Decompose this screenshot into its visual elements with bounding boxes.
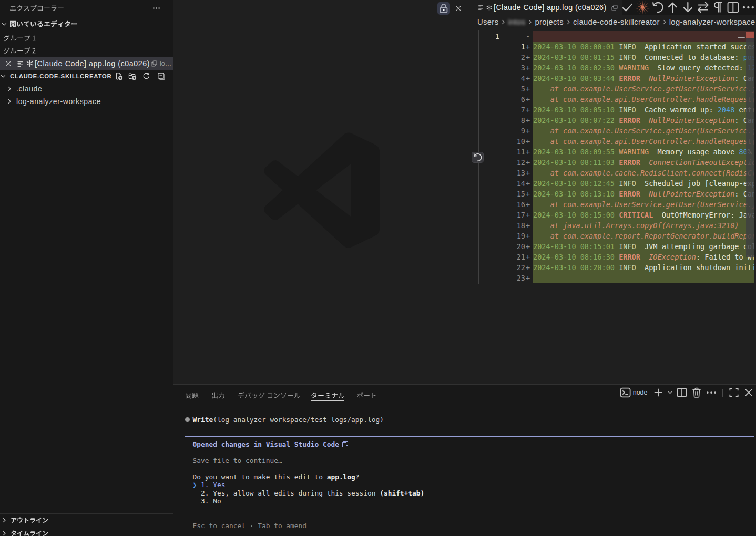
keep-changes-button[interactable] [620,0,635,15]
outline-section-header[interactable] [0,513,173,527]
panel-tab-problems[interactable] [185,391,199,400]
kill-terminal-button[interactable] [689,386,704,399]
panel-tab-output[interactable] [211,391,225,400]
more-actions-button[interactable] [741,0,756,15]
panel-tab-debug-console[interactable] [238,391,301,400]
close-editor-icon[interactable] [4,59,13,68]
next-change-button[interactable] [680,0,696,15]
previous-change-button[interactable] [665,0,680,15]
terminal-line [185,424,755,432]
diff-line-content [533,31,754,42]
diff-sign: + [526,52,534,63]
terminal-line [185,465,755,473]
diff-added-line[interactable]: 13+ at com.example.cache.RedisClient.con… [468,168,756,178]
breadcrumb-item[interactable]: claude-code-skillcreator [573,18,660,26]
diff-removed-line[interactable]: 1- [468,31,756,42]
diff-added-line[interactable]: 7+2024-03-10 08:05:10 INFO Cache warmed … [468,105,756,115]
breadcrumb-item[interactable]: intos [508,18,525,26]
diff-added-line[interactable]: 23+ [468,273,756,283]
editor-group-1-row[interactable] [0,32,173,45]
claude-asterisk-icon [26,59,34,67]
open-editor-item-selected[interactable]: [Claude Code] app.log (c0a026) lo… [0,57,173,70]
diff-added-line[interactable]: 22+2024-03-10 08:20:00 INFO Application … [468,262,756,273]
diff-added-line[interactable]: 2+2024-03-10 08:01:15 INFO Connected to … [468,52,756,63]
refresh-explorer-button[interactable] [142,72,150,80]
breadcrumb[interactable]: Usersintosprojectsclaude-code-skillcreat… [477,15,755,29]
open-editors-section-header[interactable] [0,18,173,30]
diff-added-line[interactable]: 11+2024-03-10 08:09:55 WARNING Memory us… [468,147,756,157]
tree-item-claude-folder[interactable]: .claude [0,83,173,95]
terminal-line [185,432,755,440]
diff-added-line[interactable]: 15+2024-03-10 08:13:10 ERROR NullPointer… [468,189,756,199]
diff-added-line[interactable]: 6+ at com.example.api.UserController.han… [468,94,756,105]
sidebar-more-actions-button[interactable] [152,4,161,13]
diff-added-line[interactable]: 8+2024-03-10 08:07:22 ERROR NullPointerE… [468,115,756,126]
panel-tab-terminal[interactable] [311,391,345,400]
chevron-down-icon [0,20,8,28]
open-in-vscode-icon [342,441,348,447]
discard-changes-button[interactable] [650,0,666,15]
collapse-folders-button[interactable] [157,72,166,80]
panel-toolbar: node [619,386,756,399]
workspace-section-header[interactable]: CLAUDE-CODE-SKILLCREATOR [0,70,173,83]
diff-sign: + [526,262,534,273]
editor-group-2-row[interactable] [0,45,173,57]
open-editors-label [9,20,78,28]
new-folder-button[interactable] [128,72,137,80]
render-whitespace-button[interactable] [710,0,726,15]
timeline-section-header[interactable] [0,527,173,536]
diff-added-line[interactable]: 3+2024-03-10 08:02:30 WARNING Slow query… [468,63,756,73]
modified-line-number: 3 [499,63,525,73]
diff-added-line[interactable]: 20+2024-03-10 08:15:01 INFO JVM attempti… [468,241,756,252]
ports-tab-label [356,391,377,400]
locked-group-button[interactable] [437,2,450,15]
lock-icon [437,2,450,15]
diff-added-line[interactable]: 4+2024-03-10 08:03:44 ERROR NullPointerE… [468,73,756,84]
breadcrumb-item[interactable]: Users [477,18,498,26]
diff-added-line[interactable]: 14+2024-03-10 08:12:45 INFO Scheduled jo… [468,178,756,189]
breadcrumb-item[interactable]: log-analyzer-workspace [669,18,755,26]
panel-tab-ports[interactable] [356,391,377,400]
editor-scrollbar[interactable] [746,38,754,257]
diff-added-line[interactable]: 1+2024-03-10 08:00:01 INFO Application s… [468,42,756,52]
more-actions-icon [152,4,161,13]
terminal-view[interactable]: Write(log-analyzer-workspace/test-logs/a… [185,416,755,530]
revert-block-button[interactable] [472,152,484,163]
claude-starburst-button[interactable] [635,0,650,15]
diff-added-line[interactable]: 16+ at com.example.UserService.getUser(U… [468,199,756,210]
diff-added-line[interactable]: 19+ at com.example.report.ReportGenerato… [468,231,756,241]
diff-added-line[interactable]: 5+ at com.example.UserService.getUser(Us… [468,84,756,94]
diff-sign: + [526,241,534,252]
chevron-right-icon [0,529,8,536]
panel-more-actions-button[interactable] [704,386,719,399]
diff-sign: + [526,210,534,220]
modified-line-number: 16 [499,199,525,210]
maximize-panel-button[interactable] [727,386,741,399]
diff-added-line[interactable]: 17+2024-03-10 08:15:00 CRITICAL OutOfMem… [468,210,756,220]
split-terminal-button[interactable] [675,386,689,399]
diff-file-icon [16,60,24,68]
new-terminal-button[interactable] [651,386,666,399]
breadcrumb-item[interactable]: projects [535,18,564,26]
diff-added-line[interactable]: 18+ at java.util.Arrays.copyOf(Arrays.ja… [468,220,756,231]
open-editor-file-description: lo… [160,57,171,70]
new-file-button[interactable] [115,72,123,80]
split-editor-button[interactable] [726,0,741,15]
tree-item-label: log-analyzer-workspace [16,95,101,108]
diff-added-line[interactable]: 9+ at com.example.UserService.getUser(Us… [468,126,756,136]
terminal-shell-icon [619,386,632,399]
close-group-button[interactable] [454,4,463,13]
modified-line-number: 15 [499,189,525,199]
tree-item-log-analyzer-workspace-folder[interactable]: log-analyzer-workspace [0,95,173,108]
diff-sign: + [526,136,534,147]
terminal-dropdown-chevron[interactable] [666,386,675,399]
breadcrumb-separator-icon [526,18,534,26]
tab-claude-code-app-log[interactable]: [Claude Code] app.log (c0a026) [468,0,622,15]
toggle-inline-view-button[interactable] [696,0,711,15]
diff-added-line[interactable]: 10+ at com.example.api.UserController.ha… [468,136,756,147]
diff-added-line[interactable]: 21+2024-03-10 08:16:30 ERROR IOException… [468,252,756,262]
diff-added-line[interactable]: 12+2024-03-10 08:11:03 ERROR ConnectionT… [468,157,756,168]
modified-line-number: 9 [499,126,525,136]
close-panel-button[interactable] [741,386,756,399]
diff-line-content: at com.example.api.UserController.handle… [533,136,754,147]
